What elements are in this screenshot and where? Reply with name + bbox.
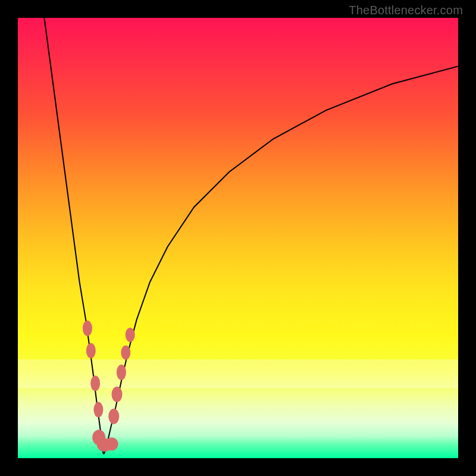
curve-right-branch <box>104 66 458 453</box>
marker-8 <box>112 387 123 402</box>
marker-10 <box>121 345 130 359</box>
marker-0 <box>83 321 92 336</box>
curve-group <box>44 18 458 454</box>
attribution-text: TheBottlenecker.com <box>349 4 463 17</box>
marker-1 <box>86 343 96 358</box>
marker-7 <box>108 409 119 424</box>
marker-11 <box>126 328 135 342</box>
marker-3 <box>93 402 103 418</box>
marker-6 <box>105 437 118 450</box>
marker-2 <box>90 375 100 391</box>
chart-frame: TheBottlenecker.com <box>0 0 476 476</box>
marker-group <box>83 321 135 452</box>
chart-svg <box>18 18 458 458</box>
marker-9 <box>117 365 126 380</box>
